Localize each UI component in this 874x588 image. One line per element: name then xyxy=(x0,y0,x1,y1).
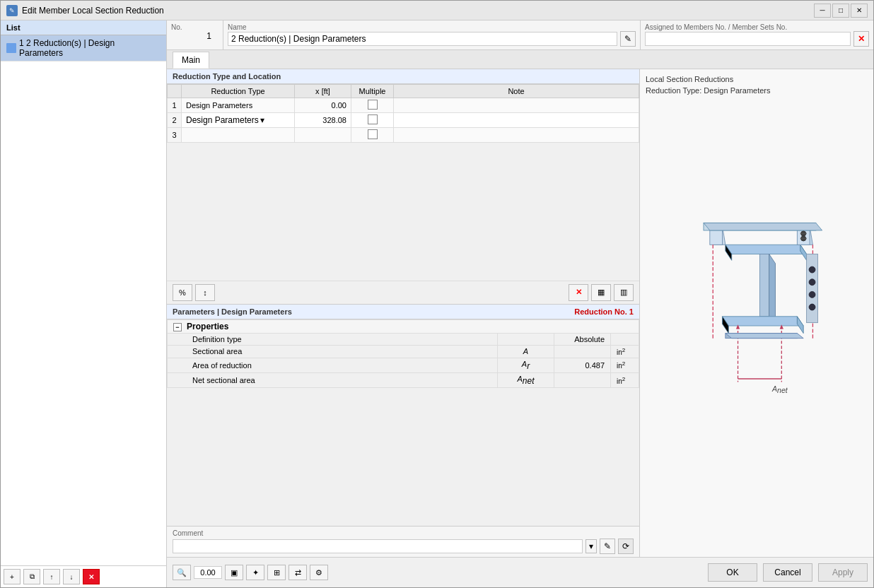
col-num-header xyxy=(168,85,182,98)
status-btn-6[interactable]: ⚙ xyxy=(310,565,328,580)
sectional-area-unit: in2 xyxy=(611,345,639,358)
row-2-checkbox[interactable] xyxy=(368,114,378,124)
row-1-note[interactable] xyxy=(394,98,639,113)
status-btn-1[interactable]: 🔍 xyxy=(173,565,191,580)
sidebar-delete-button[interactable]: ✕ xyxy=(83,569,100,584)
table-row: 1 Design Parameters 0.00 xyxy=(168,98,639,113)
comment-btn-2[interactable]: ⟳ xyxy=(618,539,634,554)
table-toolbar: % ↕ ✕ ▦ ▥ xyxy=(167,281,639,304)
tab-main-label: Main xyxy=(182,55,200,65)
apply-button[interactable]: Apply xyxy=(818,563,868,582)
area-reduction-value[interactable]: 0.487 xyxy=(554,358,611,372)
row-2-type-text: Design Parameters xyxy=(186,115,259,125)
title-bar-controls: ─ □ ✕ xyxy=(814,4,868,18)
definition-type-symbol xyxy=(498,333,554,345)
right-panel: No. 1 Name ✎ Assigned to Members No. / M… xyxy=(167,20,873,587)
sort-button[interactable]: ↕ xyxy=(195,284,215,301)
sidebar-footer: + ⧉ ↑ ↓ ✕ xyxy=(1,565,166,587)
percent-button[interactable]: % xyxy=(173,284,192,301)
grid1-button[interactable]: ▦ xyxy=(591,284,611,301)
row-3-multiple[interactable] xyxy=(351,128,394,143)
sidebar-item-1[interactable]: 1 2 Reduction(s) | Design Parameters xyxy=(1,35,166,61)
row-3-x[interactable] xyxy=(295,128,351,143)
name-input-row: ✎ xyxy=(228,31,636,47)
status-value-input[interactable] xyxy=(194,566,222,579)
area-reduction-unit: in2 xyxy=(611,358,639,372)
comment-dropdown-icon[interactable]: ▾ xyxy=(585,539,597,553)
row-2-x[interactable]: 328.08 xyxy=(295,113,351,128)
svg-marker-26 xyxy=(726,334,803,339)
comment-input[interactable] xyxy=(173,539,583,553)
grid2-button[interactable]: ▥ xyxy=(614,284,634,301)
reduction-section-header: Reduction Type and Location xyxy=(167,69,639,84)
sidebar-add-button[interactable]: + xyxy=(4,569,21,584)
delete-row-button[interactable]: ✕ xyxy=(569,284,588,301)
row-3-checkbox[interactable] xyxy=(368,129,378,139)
preview-panel: Local Section Reductions Reduction Type:… xyxy=(640,69,873,557)
row-3-type[interactable] xyxy=(182,128,295,143)
top-header: No. 1 Name ✎ Assigned to Members No. / M… xyxy=(167,20,873,50)
comment-section: Comment ▾ ✎ ⟳ xyxy=(167,526,639,557)
close-button[interactable]: ✕ xyxy=(851,4,868,18)
svg-point-31 xyxy=(809,279,815,286)
cancel-button[interactable]: Cancel xyxy=(763,563,812,582)
title-bar: ✎ Edit Member Local Section Reduction ─ … xyxy=(1,1,873,20)
sidebar-move-down-button[interactable]: ↓ xyxy=(63,569,80,584)
sectional-area-value[interactable] xyxy=(554,345,611,358)
params-table: − Properties Definition type Absolute xyxy=(167,319,639,389)
col-multiple-header: Multiple xyxy=(351,85,394,98)
preview-title: Local Section Reductions xyxy=(646,75,868,83)
sectional-area-label: Sectional area xyxy=(168,345,498,358)
collapse-button[interactable]: − xyxy=(173,323,182,331)
maximize-button[interactable]: □ xyxy=(832,4,849,18)
row-1-type[interactable]: Design Parameters xyxy=(182,98,295,113)
table-spacer xyxy=(167,143,639,281)
comment-input-row: ▾ ✎ ⟳ xyxy=(173,539,634,554)
status-btn-4[interactable]: ⊞ xyxy=(267,565,286,580)
minimize-button[interactable]: ─ xyxy=(814,4,831,18)
name-input[interactable] xyxy=(228,32,617,46)
definition-type-unit xyxy=(611,333,639,345)
comment-label: Comment xyxy=(173,529,634,537)
assigned-clear-button[interactable]: ✕ xyxy=(853,31,869,47)
svg-marker-14 xyxy=(704,223,822,230)
svg-rect-4 xyxy=(759,254,769,317)
tab-main[interactable]: Main xyxy=(173,52,209,69)
svg-point-32 xyxy=(809,291,815,298)
definition-type-value[interactable]: Absolute xyxy=(554,333,611,345)
left-content: Reduction Type and Location Reduction Ty… xyxy=(167,69,640,557)
svg-rect-29 xyxy=(807,254,818,323)
name-section: Name ✎ xyxy=(223,20,640,49)
table-row: 2 Design Parameters ▾ 328.08 xyxy=(168,113,639,128)
assigned-label: Assigned to Members No. / Member Sets No… xyxy=(645,23,869,31)
param-row-area-reduction: Area of reduction Ar 0.487 in2 xyxy=(168,358,639,372)
row-2-type[interactable]: Design Parameters ▾ xyxy=(182,113,295,128)
row-3-note[interactable] xyxy=(394,128,639,143)
sidebar-item-icon xyxy=(6,43,16,53)
col-note-header: Note xyxy=(394,85,639,98)
name-edit-button[interactable]: ✎ xyxy=(620,31,636,47)
ok-button[interactable]: OK xyxy=(708,563,757,582)
sidebar: List 1 2 Reduction(s) | Design Parameter… xyxy=(1,20,167,587)
assigned-input[interactable] xyxy=(645,32,851,46)
net-sectional-unit: in2 xyxy=(611,373,639,388)
net-sectional-value[interactable] xyxy=(554,373,611,388)
status-btn-5[interactable]: ⇄ xyxy=(289,565,307,580)
row-1-x[interactable]: 0.00 xyxy=(295,98,351,113)
status-btn-3[interactable]: ✦ xyxy=(246,565,264,580)
row-1-multiple[interactable] xyxy=(351,98,394,113)
status-btn-2[interactable]: ▣ xyxy=(225,565,243,580)
name-label: Name xyxy=(228,23,636,31)
row-2-dropdown-icon[interactable]: ▾ xyxy=(260,115,264,125)
comment-btn-1[interactable]: ✎ xyxy=(600,539,615,554)
row-2-multiple[interactable] xyxy=(351,113,394,128)
reduction-no: Reduction No. 1 xyxy=(574,307,634,316)
row-2-note[interactable] xyxy=(394,113,639,128)
sidebar-header: List xyxy=(1,20,166,35)
window-title: Edit Member Local Section Reduction xyxy=(22,6,164,16)
row-1-checkbox[interactable] xyxy=(368,100,378,110)
app-icon: ✎ xyxy=(6,5,18,16)
sidebar-copy-button[interactable]: ⧉ xyxy=(23,569,40,584)
sidebar-move-up-button[interactable]: ↑ xyxy=(43,569,60,584)
param-row-definition: Definition type Absolute xyxy=(168,333,639,345)
